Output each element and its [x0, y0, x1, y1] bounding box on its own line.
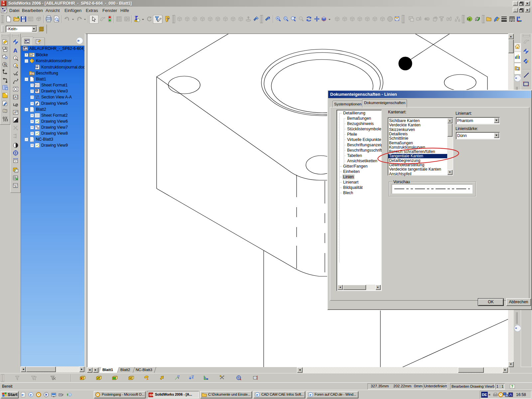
svg-text:e: e — [427, 17, 429, 21]
svg-text:SW: SW — [149, 393, 154, 397]
svg-text:A: A — [31, 54, 32, 56]
svg-text:A: A — [4, 63, 6, 66]
svg-text:e: e — [310, 393, 312, 397]
svg-text:e: e — [256, 393, 258, 397]
svg-text:e: e — [30, 393, 32, 397]
svg-text:W: W — [36, 66, 39, 68]
svg-text:?: ? — [511, 384, 513, 388]
svg-text:A: A — [31, 72, 33, 75]
svg-text:1: 1 — [15, 57, 16, 60]
svg-text:e: e — [469, 17, 471, 21]
svg-text:?: ? — [166, 17, 169, 22]
svg-text:A: A — [14, 111, 16, 114]
svg-text:A: A — [15, 185, 17, 188]
svg-text:A: A — [15, 95, 17, 99]
svg-text:1: 1 — [15, 64, 16, 67]
svg-text:e: e — [22, 393, 24, 397]
svg-text:A: A — [13, 48, 17, 54]
svg-text:e: e — [69, 393, 71, 396]
